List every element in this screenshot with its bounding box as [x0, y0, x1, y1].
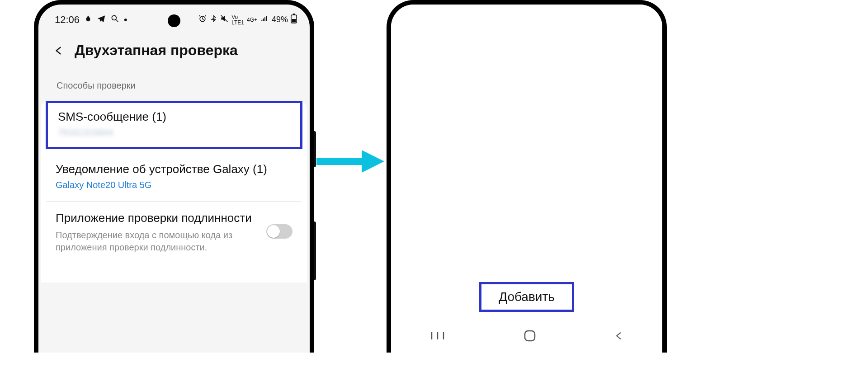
app-header: Двухэтапная проверка	[38, 29, 310, 80]
status-time: 12:06	[55, 14, 80, 26]
method-galaxy-title: Уведомление об устройстве Galaxy (1)	[56, 162, 292, 177]
battery-percent: 49%	[272, 15, 288, 24]
method-galaxy-device: Galaxy Note20 Ultra 5G	[56, 180, 292, 190]
svg-rect-6	[292, 19, 296, 23]
method-sms[interactable]: SMS-сообщение (1) 79161315844	[46, 101, 302, 149]
android-nav-bar	[391, 321, 662, 353]
network-indicator: 4G+	[247, 17, 257, 23]
status-app-icon	[84, 14, 92, 26]
phone-frame-left: 12:06 •	[34, 0, 314, 353]
nav-recent-icon[interactable]	[430, 330, 445, 343]
volte-indicator: VoLTE1	[231, 14, 244, 25]
battery-icon	[291, 14, 297, 26]
nav-home-icon[interactable]	[524, 330, 536, 344]
method-authapp-title: Приложение проверки подлинности	[56, 211, 257, 226]
camera-hole-icon	[168, 14, 180, 27]
method-authapp-desc: Подтверждение входа с помощью кода из пр…	[56, 229, 257, 254]
arrow-right-icon	[316, 150, 384, 174]
svg-line-1	[116, 19, 118, 22]
alarm-icon	[198, 14, 207, 25]
authapp-toggle[interactable]	[266, 224, 292, 239]
page-title: Двухэтапная проверка	[75, 42, 238, 59]
method-authapp[interactable]: Приложение проверки подлинности Подтверж…	[47, 201, 302, 265]
add-button[interactable]: Добавить	[479, 282, 574, 312]
svg-rect-7	[316, 158, 364, 165]
telegram-icon	[97, 14, 106, 26]
svg-rect-5	[293, 14, 295, 15]
section-label: Способы проверки	[38, 80, 310, 101]
nav-back-icon[interactable]	[614, 330, 623, 344]
phone-frame-right: Добавить	[387, 0, 667, 353]
svg-point-0	[112, 15, 116, 20]
method-sms-title: SMS-сообщение (1)	[58, 109, 290, 125]
mute-icon	[220, 14, 229, 25]
method-sms-number: 79161315844	[58, 127, 290, 138]
signal-icon	[260, 15, 269, 24]
method-galaxy[interactable]: Уведомление об устройстве Galaxy (1) Gal…	[41, 149, 307, 201]
back-button[interactable]	[54, 44, 64, 57]
bluetooth-icon	[210, 14, 217, 25]
search-icon	[110, 14, 119, 26]
status-dot-icon: •	[124, 14, 127, 26]
svg-rect-11	[525, 331, 535, 341]
methods-card: SMS-сообщение (1) 79161315844 Уведомлени…	[41, 101, 307, 282]
